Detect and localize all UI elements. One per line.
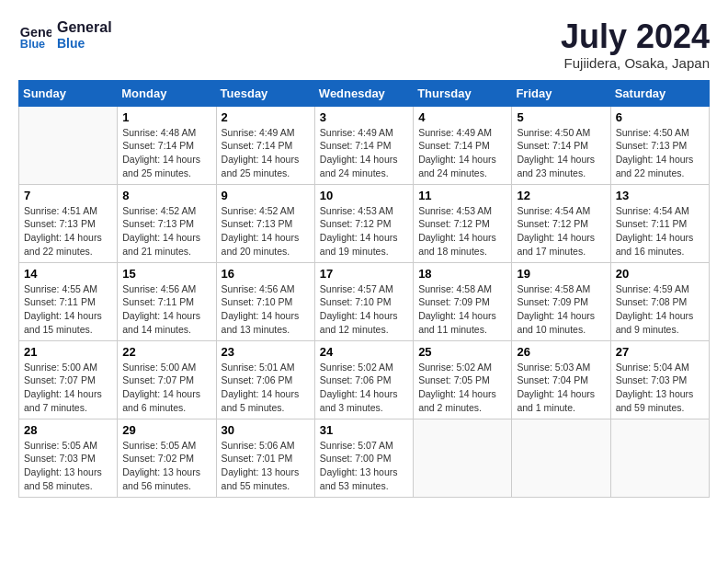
day-info: Sunrise: 4:53 AM Sunset: 7:12 PM Dayligh… bbox=[320, 204, 408, 259]
day-number: 8 bbox=[122, 189, 210, 202]
day-number: 5 bbox=[517, 110, 605, 124]
day-info: Sunrise: 5:00 AM Sunset: 7:07 PM Dayligh… bbox=[122, 361, 210, 415]
day-number: 4 bbox=[418, 110, 506, 124]
calendar-week-row: 21Sunrise: 5:00 AM Sunset: 7:07 PM Dayli… bbox=[19, 340, 710, 419]
day-number: 30 bbox=[222, 423, 310, 437]
day-number: 17 bbox=[320, 267, 408, 281]
day-number: 6 bbox=[616, 110, 704, 124]
weekday-header: Friday bbox=[512, 80, 610, 106]
calendar-cell bbox=[610, 419, 709, 497]
day-number: 15 bbox=[122, 267, 210, 281]
weekday-header: Sunday bbox=[19, 80, 118, 106]
day-number: 2 bbox=[222, 110, 310, 124]
month-title: July 2024 bbox=[561, 18, 710, 55]
calendar-cell: 3Sunrise: 4:49 AM Sunset: 7:14 PM Daylig… bbox=[314, 106, 413, 184]
calendar-cell: 10Sunrise: 4:53 AM Sunset: 7:12 PM Dayli… bbox=[314, 184, 413, 262]
calendar-cell: 15Sunrise: 4:56 AM Sunset: 7:11 PM Dayli… bbox=[118, 262, 216, 340]
day-info: Sunrise: 5:00 AM Sunset: 7:07 PM Dayligh… bbox=[24, 361, 112, 415]
weekday-header: Thursday bbox=[414, 80, 512, 106]
day-number: 14 bbox=[24, 267, 112, 281]
calendar-cell: 18Sunrise: 4:58 AM Sunset: 7:09 PM Dayli… bbox=[414, 262, 512, 340]
day-number: 9 bbox=[222, 189, 310, 202]
calendar-cell: 29Sunrise: 5:05 AM Sunset: 7:02 PM Dayli… bbox=[118, 419, 216, 497]
calendar-week-row: 14Sunrise: 4:55 AM Sunset: 7:11 PM Dayli… bbox=[19, 262, 710, 340]
calendar-cell: 11Sunrise: 4:53 AM Sunset: 7:12 PM Dayli… bbox=[414, 184, 512, 262]
day-number: 13 bbox=[616, 189, 704, 202]
calendar-cell: 23Sunrise: 5:01 AM Sunset: 7:06 PM Dayli… bbox=[216, 340, 314, 419]
calendar-cell: 5Sunrise: 4:50 AM Sunset: 7:14 PM Daylig… bbox=[512, 106, 610, 184]
day-info: Sunrise: 4:54 AM Sunset: 7:12 PM Dayligh… bbox=[517, 204, 605, 259]
calendar-week-row: 28Sunrise: 5:05 AM Sunset: 7:03 PM Dayli… bbox=[19, 419, 710, 497]
calendar-cell: 26Sunrise: 5:03 AM Sunset: 7:04 PM Dayli… bbox=[512, 340, 610, 419]
calendar-cell bbox=[19, 106, 118, 184]
day-number: 23 bbox=[222, 345, 310, 359]
day-number: 24 bbox=[320, 345, 408, 359]
day-number: 3 bbox=[320, 110, 408, 124]
day-info: Sunrise: 5:02 AM Sunset: 7:05 PM Dayligh… bbox=[418, 361, 506, 415]
day-info: Sunrise: 4:49 AM Sunset: 7:14 PM Dayligh… bbox=[320, 126, 408, 180]
svg-text:Blue: Blue bbox=[20, 38, 45, 51]
day-number: 21 bbox=[24, 345, 112, 359]
calendar-cell: 27Sunrise: 5:04 AM Sunset: 7:03 PM Dayli… bbox=[610, 340, 709, 419]
day-number: 28 bbox=[24, 423, 112, 437]
day-number: 31 bbox=[320, 423, 408, 437]
weekday-header: Saturday bbox=[610, 80, 709, 106]
day-number: 11 bbox=[418, 189, 506, 202]
day-info: Sunrise: 4:54 AM Sunset: 7:11 PM Dayligh… bbox=[616, 204, 704, 259]
weekday-header: Monday bbox=[118, 80, 216, 106]
day-number: 22 bbox=[122, 345, 210, 359]
calendar-cell: 17Sunrise: 4:57 AM Sunset: 7:10 PM Dayli… bbox=[314, 262, 413, 340]
day-info: Sunrise: 4:56 AM Sunset: 7:11 PM Dayligh… bbox=[122, 282, 210, 337]
day-info: Sunrise: 4:50 AM Sunset: 7:14 PM Dayligh… bbox=[517, 126, 605, 180]
calendar-cell: 22Sunrise: 5:00 AM Sunset: 7:07 PM Dayli… bbox=[118, 340, 216, 419]
weekday-header-row: SundayMondayTuesdayWednesdayThursdayFrid… bbox=[19, 80, 710, 106]
calendar-cell: 19Sunrise: 4:58 AM Sunset: 7:09 PM Dayli… bbox=[512, 262, 610, 340]
day-number: 12 bbox=[517, 189, 605, 202]
day-info: Sunrise: 5:06 AM Sunset: 7:01 PM Dayligh… bbox=[222, 439, 310, 493]
weekday-header: Wednesday bbox=[314, 80, 413, 106]
day-info: Sunrise: 5:05 AM Sunset: 7:03 PM Dayligh… bbox=[24, 439, 112, 493]
logo-general: General bbox=[57, 19, 112, 36]
day-number: 26 bbox=[517, 345, 605, 359]
day-info: Sunrise: 5:03 AM Sunset: 7:04 PM Dayligh… bbox=[517, 361, 605, 415]
calendar-cell bbox=[414, 419, 512, 497]
calendar-cell: 24Sunrise: 5:02 AM Sunset: 7:06 PM Dayli… bbox=[314, 340, 413, 419]
calendar-cell: 14Sunrise: 4:55 AM Sunset: 7:11 PM Dayli… bbox=[19, 262, 118, 340]
calendar-table: SundayMondayTuesdayWednesdayThursdayFrid… bbox=[18, 80, 710, 498]
weekday-header: Tuesday bbox=[216, 80, 314, 106]
calendar-cell: 6Sunrise: 4:50 AM Sunset: 7:13 PM Daylig… bbox=[610, 106, 709, 184]
day-info: Sunrise: 5:04 AM Sunset: 7:03 PM Dayligh… bbox=[616, 361, 704, 415]
logo-icon: General Blue bbox=[18, 18, 51, 52]
calendar-cell: 9Sunrise: 4:52 AM Sunset: 7:13 PM Daylig… bbox=[216, 184, 314, 262]
logo-blue: Blue bbox=[57, 36, 112, 51]
day-info: Sunrise: 4:58 AM Sunset: 7:09 PM Dayligh… bbox=[517, 282, 605, 337]
day-info: Sunrise: 4:51 AM Sunset: 7:13 PM Dayligh… bbox=[24, 204, 112, 259]
calendar-cell: 21Sunrise: 5:00 AM Sunset: 7:07 PM Dayli… bbox=[19, 340, 118, 419]
title-block: July 2024 Fujiidera, Osaka, Japan bbox=[561, 18, 710, 71]
day-info: Sunrise: 5:02 AM Sunset: 7:06 PM Dayligh… bbox=[320, 361, 408, 415]
calendar-week-row: 1Sunrise: 4:48 AM Sunset: 7:14 PM Daylig… bbox=[19, 106, 710, 184]
location: Fujiidera, Osaka, Japan bbox=[561, 55, 710, 71]
day-number: 1 bbox=[122, 110, 210, 124]
logo: General Blue General Blue bbox=[18, 18, 112, 52]
day-number: 16 bbox=[222, 267, 310, 281]
day-number: 25 bbox=[418, 345, 506, 359]
calendar-cell bbox=[512, 419, 610, 497]
day-info: Sunrise: 4:57 AM Sunset: 7:10 PM Dayligh… bbox=[320, 282, 408, 337]
day-info: Sunrise: 4:52 AM Sunset: 7:13 PM Dayligh… bbox=[122, 204, 210, 259]
calendar-cell: 31Sunrise: 5:07 AM Sunset: 7:00 PM Dayli… bbox=[314, 419, 413, 497]
calendar-cell: 13Sunrise: 4:54 AM Sunset: 7:11 PM Dayli… bbox=[610, 184, 709, 262]
calendar-cell: 20Sunrise: 4:59 AM Sunset: 7:08 PM Dayli… bbox=[610, 262, 709, 340]
calendar-cell: 7Sunrise: 4:51 AM Sunset: 7:13 PM Daylig… bbox=[19, 184, 118, 262]
svg-text:General: General bbox=[20, 25, 51, 40]
day-info: Sunrise: 5:07 AM Sunset: 7:00 PM Dayligh… bbox=[320, 439, 408, 493]
calendar-week-row: 7Sunrise: 4:51 AM Sunset: 7:13 PM Daylig… bbox=[19, 184, 710, 262]
day-info: Sunrise: 4:49 AM Sunset: 7:14 PM Dayligh… bbox=[418, 126, 506, 180]
day-info: Sunrise: 4:55 AM Sunset: 7:11 PM Dayligh… bbox=[24, 282, 112, 337]
page-header: General Blue General Blue July 2024 Fuji… bbox=[18, 18, 710, 71]
day-number: 7 bbox=[24, 189, 112, 202]
day-info: Sunrise: 5:05 AM Sunset: 7:02 PM Dayligh… bbox=[122, 439, 210, 493]
day-info: Sunrise: 4:59 AM Sunset: 7:08 PM Dayligh… bbox=[616, 282, 704, 337]
day-info: Sunrise: 4:56 AM Sunset: 7:10 PM Dayligh… bbox=[222, 282, 310, 337]
day-info: Sunrise: 4:49 AM Sunset: 7:14 PM Dayligh… bbox=[222, 126, 310, 180]
